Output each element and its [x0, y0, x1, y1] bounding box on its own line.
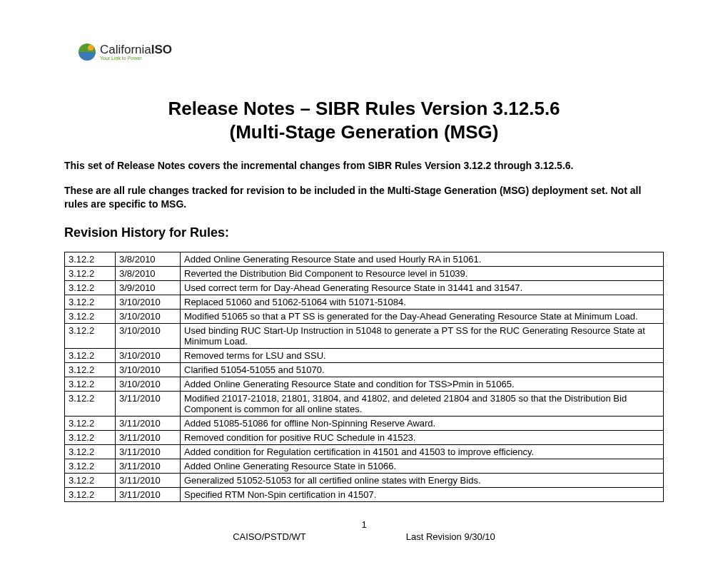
cell-version: 3.12.2: [65, 444, 116, 459]
cell-description: Specified RTM Non-Spin certification in …: [181, 487, 664, 501]
cell-version: 3.12.2: [65, 323, 116, 348]
logo-text: CaliforniaISO Your Link to Power: [100, 43, 172, 61]
cell-description: Modified 21017-21018, 21801, 31804, and …: [181, 391, 664, 416]
table-row: 3.12.23/11/2010Modified 21017-21018, 218…: [65, 391, 664, 416]
cell-date: 3/11/2010: [116, 444, 181, 459]
cell-date: 3/10/2010: [116, 362, 181, 377]
cell-description: Added Online Generating Resource State i…: [181, 459, 664, 473]
table-row: 3.12.23/8/2010Added Online Generating Re…: [65, 252, 664, 266]
cell-version: 3.12.2: [65, 487, 116, 501]
logo-brand-bold: ISO: [151, 43, 172, 56]
cell-date: 3/10/2010: [116, 377, 181, 391]
cell-version: 3.12.2: [65, 280, 116, 295]
cell-date: 3/11/2010: [116, 391, 181, 416]
cell-description: Added condition for Regulation certifica…: [181, 444, 664, 459]
cell-date: 3/9/2010: [116, 280, 181, 295]
cell-date: 3/8/2010: [116, 266, 181, 280]
cell-version: 3.12.2: [65, 252, 116, 266]
cell-date: 3/11/2010: [116, 459, 181, 473]
table-row: 3.12.23/11/2010Generalized 51052-51053 f…: [65, 473, 664, 487]
page-subtitle: (Multi-Stage Generation (MSG): [64, 121, 664, 143]
cell-description: Generalized 51052-51053 for all certifie…: [181, 473, 664, 487]
cell-description: Added Online Generating Resource State a…: [181, 252, 664, 266]
table-row: 3.12.23/10/2010Used binding RUC Start-Up…: [65, 323, 664, 348]
cell-description: Added 51085-51086 for offline Non-Spinni…: [181, 416, 664, 430]
logo-brand: CaliforniaISO: [100, 43, 172, 57]
cell-description: Used correct term for Day-Ahead Generati…: [181, 280, 664, 295]
cell-date: 3/11/2010: [116, 416, 181, 430]
footer-right: Last Revision 9/30/10: [406, 531, 495, 542]
cell-version: 3.12.2: [65, 430, 116, 444]
cell-description: Modified 51065 so that a PT SS is genera…: [181, 309, 664, 323]
table-row: 3.12.23/11/2010Specified RTM Non-Spin ce…: [65, 487, 664, 501]
cell-description: Removed condition for positive RUC Sched…: [181, 430, 664, 444]
page-title: Release Notes – SIBR Rules Version 3.12.…: [64, 96, 664, 121]
cell-date: 3/10/2010: [116, 323, 181, 348]
cell-version: 3.12.2: [65, 348, 116, 362]
table-row: 3.12.23/10/2010Added Online Generating R…: [65, 377, 664, 391]
revision-history-heading: Revision History for Rules:: [64, 225, 664, 240]
cell-description: Reverted the Distribution Bid Component …: [181, 266, 664, 280]
cell-version: 3.12.2: [65, 473, 116, 487]
cell-version: 3.12.2: [65, 295, 116, 309]
cell-version: 3.12.2: [65, 309, 116, 323]
cell-description: Removed terms for LSU and SSU.: [181, 348, 664, 362]
cell-date: 3/11/2010: [116, 487, 181, 501]
cell-description: Replaced 51060 and 51062-51064 with 5107…: [181, 295, 664, 309]
footer: 1 CAISO/PSTD/WT Last Revision 9/30/10: [64, 519, 664, 542]
table-row: 3.12.23/11/2010Added 51085-51086 for off…: [65, 416, 664, 430]
cell-version: 3.12.2: [65, 266, 116, 280]
note-paragraph: These are all rule changes tracked for r…: [64, 184, 664, 211]
logo: CaliforniaISO Your Link to Power: [79, 43, 664, 61]
table-row: 3.12.23/10/2010Clarified 51054-51055 and…: [65, 362, 664, 377]
cell-date: 3/11/2010: [116, 430, 181, 444]
cell-description: Added Online Generating Resource State a…: [181, 377, 664, 391]
cell-date: 3/8/2010: [116, 252, 181, 266]
table-row: 3.12.23/11/2010Removed condition for pos…: [65, 430, 664, 444]
page: CaliforniaISO Your Link to Power Release…: [0, 0, 728, 562]
cell-version: 3.12.2: [65, 416, 116, 430]
revision-history-table: 3.12.23/8/2010Added Online Generating Re…: [64, 252, 664, 502]
cell-description: Used binding RUC Start-Up Instruction in…: [181, 323, 664, 348]
cell-date: 3/10/2010: [116, 295, 181, 309]
cell-date: 3/10/2010: [116, 348, 181, 362]
footer-left: CAISO/PSTD/WT: [233, 531, 306, 542]
table-row: 3.12.23/8/2010Reverted the Distribution …: [65, 266, 664, 280]
table-row: 3.12.23/10/2010Replaced 51060 and 51062-…: [65, 295, 664, 309]
table-row: 3.12.23/11/2010Added Online Generating R…: [65, 459, 664, 473]
table-row: 3.12.23/9/2010Used correct term for Day-…: [65, 280, 664, 295]
table-row: 3.12.23/10/2010Removed terms for LSU and…: [65, 348, 664, 362]
table-row: 3.12.23/10/2010Modified 51065 so that a …: [65, 309, 664, 323]
cell-description: Clarified 51054-51055 and 51070.: [181, 362, 664, 377]
intro-paragraph: This set of Release Notes covers the inc…: [64, 159, 664, 173]
cell-version: 3.12.2: [65, 459, 116, 473]
cell-date: 3/10/2010: [116, 309, 181, 323]
cell-date: 3/11/2010: [116, 473, 181, 487]
logo-globe-icon: [79, 44, 96, 61]
page-number: 1: [64, 519, 664, 530]
cell-version: 3.12.2: [65, 391, 116, 416]
table-row: 3.12.23/11/2010Added condition for Regul…: [65, 444, 664, 459]
cell-version: 3.12.2: [65, 377, 116, 391]
logo-brand-pre: California: [100, 43, 151, 56]
cell-version: 3.12.2: [65, 362, 116, 377]
